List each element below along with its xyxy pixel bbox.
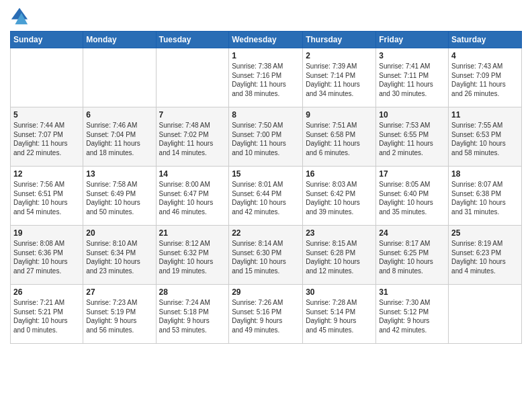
day-info: Sunrise: 7:51 AMSunset: 6:58 PMDaylight:… — [306, 121, 373, 157]
day-number: 23 — [306, 228, 373, 238]
calendar-cell — [449, 285, 522, 344]
page: SundayMondayTuesdayWednesdayThursdayFrid… — [0, 0, 532, 411]
calendar-cell: 3Sunrise: 7:41 AMSunset: 7:11 PMDaylight… — [376, 48, 449, 107]
calendar-cell: 25Sunrise: 8:19 AMSunset: 6:23 PMDayligh… — [449, 226, 522, 285]
day-number: 7 — [159, 110, 226, 120]
calendar-cell: 22Sunrise: 8:14 AMSunset: 6:30 PMDayligh… — [229, 226, 303, 285]
day-info: Sunrise: 8:08 AMSunset: 6:36 PMDaylight:… — [13, 239, 80, 275]
calendar-cell: 11Sunrise: 7:55 AMSunset: 6:53 PMDayligh… — [449, 107, 522, 167]
logo-icon — [10, 7, 29, 26]
day-number: 10 — [379, 110, 445, 120]
weekday-header-friday: Friday — [376, 32, 449, 48]
day-info: Sunrise: 8:05 AMSunset: 6:40 PMDaylight:… — [379, 180, 445, 216]
weekday-header-row: SundayMondayTuesdayWednesdayThursdayFrid… — [11, 32, 522, 48]
day-number: 15 — [232, 169, 300, 179]
weekday-header-saturday: Saturday — [449, 32, 522, 48]
day-info: Sunrise: 7:43 AMSunset: 7:09 PMDaylight:… — [451, 62, 519, 98]
day-number: 26 — [13, 287, 80, 297]
day-info: Sunrise: 8:03 AMSunset: 6:42 PMDaylight:… — [306, 180, 373, 216]
calendar-cell: 19Sunrise: 8:08 AMSunset: 6:36 PMDayligh… — [11, 226, 83, 285]
day-number: 20 — [86, 228, 152, 238]
day-number: 14 — [159, 169, 226, 179]
day-number: 16 — [306, 169, 373, 179]
weekday-header-monday: Monday — [83, 32, 156, 48]
calendar-cell: 14Sunrise: 8:00 AMSunset: 6:47 PMDayligh… — [156, 167, 229, 226]
calendar-cell: 13Sunrise: 7:58 AMSunset: 6:49 PMDayligh… — [83, 167, 156, 226]
day-number: 12 — [13, 169, 80, 179]
calendar-cell: 4Sunrise: 7:43 AMSunset: 7:09 PMDaylight… — [449, 48, 522, 107]
calendar-cell: 8Sunrise: 7:50 AMSunset: 7:00 PMDaylight… — [229, 107, 303, 167]
day-info: Sunrise: 7:38 AMSunset: 7:16 PMDaylight:… — [232, 62, 300, 98]
day-number: 30 — [306, 287, 373, 297]
day-number: 17 — [379, 169, 445, 179]
day-number: 28 — [159, 287, 226, 297]
day-info: Sunrise: 7:55 AMSunset: 6:53 PMDaylight:… — [451, 121, 519, 157]
day-number: 22 — [232, 228, 300, 238]
day-info: Sunrise: 8:12 AMSunset: 6:32 PMDaylight:… — [159, 239, 226, 275]
day-info: Sunrise: 8:19 AMSunset: 6:23 PMDaylight:… — [451, 239, 519, 275]
calendar-week-4: 19Sunrise: 8:08 AMSunset: 6:36 PMDayligh… — [11, 226, 522, 285]
day-number: 24 — [379, 228, 445, 238]
calendar-week-2: 5Sunrise: 7:44 AMSunset: 7:07 PMDaylight… — [11, 107, 522, 167]
day-number: 1 — [232, 51, 300, 60]
day-number: 29 — [232, 287, 300, 297]
day-number: 5 — [13, 110, 80, 120]
day-number: 27 — [86, 287, 152, 297]
calendar-cell: 28Sunrise: 7:24 AMSunset: 5:18 PMDayligh… — [156, 285, 229, 344]
header — [10, 7, 522, 26]
calendar-cell: 21Sunrise: 8:12 AMSunset: 6:32 PMDayligh… — [156, 226, 229, 285]
day-number: 6 — [86, 110, 152, 120]
calendar-cell: 15Sunrise: 8:01 AMSunset: 6:44 PMDayligh… — [229, 167, 303, 226]
day-info: Sunrise: 7:24 AMSunset: 5:18 PMDaylight:… — [159, 298, 226, 334]
day-info: Sunrise: 7:53 AMSunset: 6:55 PMDaylight:… — [379, 121, 445, 157]
day-number: 21 — [159, 228, 226, 238]
day-number: 3 — [379, 51, 445, 60]
calendar-cell: 2Sunrise: 7:39 AMSunset: 7:14 PMDaylight… — [303, 48, 376, 107]
calendar-cell: 29Sunrise: 7:26 AMSunset: 5:16 PMDayligh… — [229, 285, 303, 344]
calendar-cell: 5Sunrise: 7:44 AMSunset: 7:07 PMDaylight… — [11, 107, 83, 167]
calendar-cell: 20Sunrise: 8:10 AMSunset: 6:34 PMDayligh… — [83, 226, 156, 285]
calendar-cell: 18Sunrise: 8:07 AMSunset: 6:38 PMDayligh… — [449, 167, 522, 226]
calendar-cell: 10Sunrise: 7:53 AMSunset: 6:55 PMDayligh… — [376, 107, 449, 167]
day-info: Sunrise: 7:41 AMSunset: 7:11 PMDaylight:… — [379, 62, 445, 98]
calendar-cell: 30Sunrise: 7:28 AMSunset: 5:14 PMDayligh… — [303, 285, 376, 344]
day-number: 4 — [451, 51, 519, 60]
day-info: Sunrise: 8:17 AMSunset: 6:25 PMDaylight:… — [379, 239, 445, 275]
calendar-cell: 12Sunrise: 7:56 AMSunset: 6:51 PMDayligh… — [11, 167, 83, 226]
day-info: Sunrise: 7:44 AMSunset: 7:07 PMDaylight:… — [13, 121, 80, 157]
day-number: 11 — [451, 110, 519, 120]
calendar-table: SundayMondayTuesdayWednesdayThursdayFrid… — [10, 31, 522, 344]
calendar-cell — [83, 48, 156, 107]
calendar-cell: 31Sunrise: 7:30 AMSunset: 5:12 PMDayligh… — [376, 285, 449, 344]
weekday-header-sunday: Sunday — [11, 32, 83, 48]
calendar-cell: 27Sunrise: 7:23 AMSunset: 5:19 PMDayligh… — [83, 285, 156, 344]
day-number: 31 — [379, 287, 445, 297]
day-info: Sunrise: 7:28 AMSunset: 5:14 PMDaylight:… — [306, 298, 373, 334]
day-info: Sunrise: 8:07 AMSunset: 6:38 PMDaylight:… — [451, 180, 519, 216]
day-info: Sunrise: 8:15 AMSunset: 6:28 PMDaylight:… — [306, 239, 373, 275]
calendar-week-5: 26Sunrise: 7:21 AMSunset: 5:21 PMDayligh… — [11, 285, 522, 344]
calendar-cell: 9Sunrise: 7:51 AMSunset: 6:58 PMDaylight… — [303, 107, 376, 167]
day-info: Sunrise: 7:30 AMSunset: 5:12 PMDaylight:… — [379, 298, 445, 334]
calendar-header: SundayMondayTuesdayWednesdayThursdayFrid… — [11, 32, 522, 48]
calendar-cell: 16Sunrise: 8:03 AMSunset: 6:42 PMDayligh… — [303, 167, 376, 226]
day-info: Sunrise: 8:00 AMSunset: 6:47 PMDaylight:… — [159, 180, 226, 216]
weekday-header-tuesday: Tuesday — [156, 32, 229, 48]
day-info: Sunrise: 7:26 AMSunset: 5:16 PMDaylight:… — [232, 298, 300, 334]
day-info: Sunrise: 8:10 AMSunset: 6:34 PMDaylight:… — [86, 239, 152, 275]
calendar-cell: 26Sunrise: 7:21 AMSunset: 5:21 PMDayligh… — [11, 285, 83, 344]
day-info: Sunrise: 7:56 AMSunset: 6:51 PMDaylight:… — [13, 180, 80, 216]
calendar-cell: 7Sunrise: 7:48 AMSunset: 7:02 PMDaylight… — [156, 107, 229, 167]
day-info: Sunrise: 7:21 AMSunset: 5:21 PMDaylight:… — [13, 298, 80, 334]
weekday-header-wednesday: Wednesday — [229, 32, 303, 48]
day-info: Sunrise: 7:58 AMSunset: 6:49 PMDaylight:… — [86, 180, 152, 216]
day-info: Sunrise: 7:23 AMSunset: 5:19 PMDaylight:… — [86, 298, 152, 334]
day-info: Sunrise: 7:46 AMSunset: 7:04 PMDaylight:… — [86, 121, 152, 157]
day-number: 9 — [306, 110, 373, 120]
calendar-cell: 23Sunrise: 8:15 AMSunset: 6:28 PMDayligh… — [303, 226, 376, 285]
day-info: Sunrise: 8:14 AMSunset: 6:30 PMDaylight:… — [232, 239, 300, 275]
calendar-week-1: 1Sunrise: 7:38 AMSunset: 7:16 PMDaylight… — [11, 48, 522, 107]
day-number: 13 — [86, 169, 152, 179]
day-number: 25 — [451, 228, 519, 238]
day-info: Sunrise: 8:01 AMSunset: 6:44 PMDaylight:… — [232, 180, 300, 216]
